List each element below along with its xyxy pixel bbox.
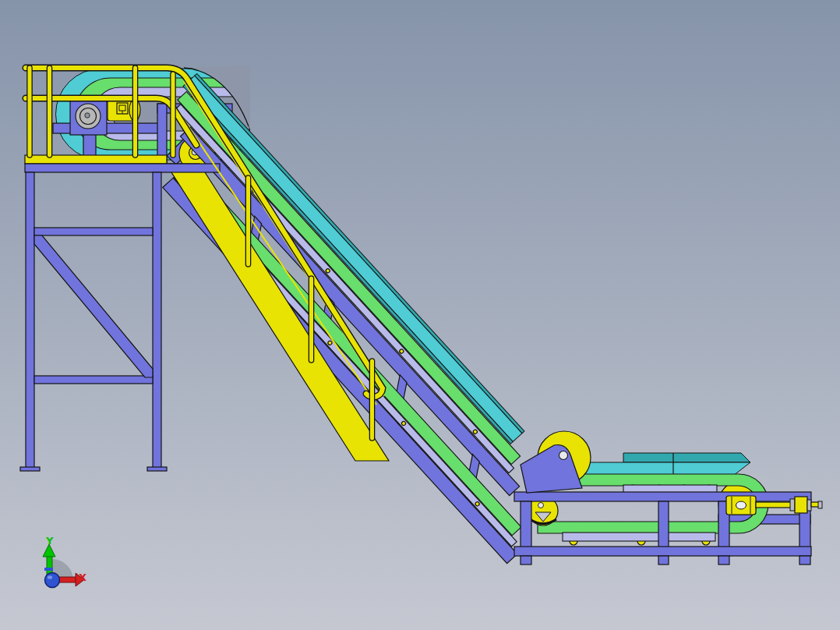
frame-leg bbox=[658, 556, 669, 565]
frame-leg bbox=[799, 556, 810, 565]
foot-plate bbox=[147, 467, 167, 471]
cad-canvas: Y X bbox=[0, 0, 840, 630]
stand-leg bbox=[153, 172, 161, 469]
platform-deck bbox=[25, 155, 167, 164]
axis-origin-sphere bbox=[45, 573, 60, 588]
cad-viewport[interactable]: Y X bbox=[0, 0, 840, 630]
frame-leg bbox=[521, 556, 531, 565]
tension-screw bbox=[756, 502, 792, 508]
x-axis-shaft bbox=[58, 577, 76, 582]
side-panel-bottom bbox=[563, 533, 715, 541]
stand-leg bbox=[26, 172, 34, 469]
y-axis-tick bbox=[44, 568, 53, 571]
foot-plate bbox=[20, 467, 40, 471]
x-axis-label: X bbox=[79, 572, 86, 583]
sphere-highlight bbox=[48, 575, 52, 579]
y-axis-label: Y bbox=[45, 535, 54, 547]
frame-leg bbox=[718, 556, 729, 565]
